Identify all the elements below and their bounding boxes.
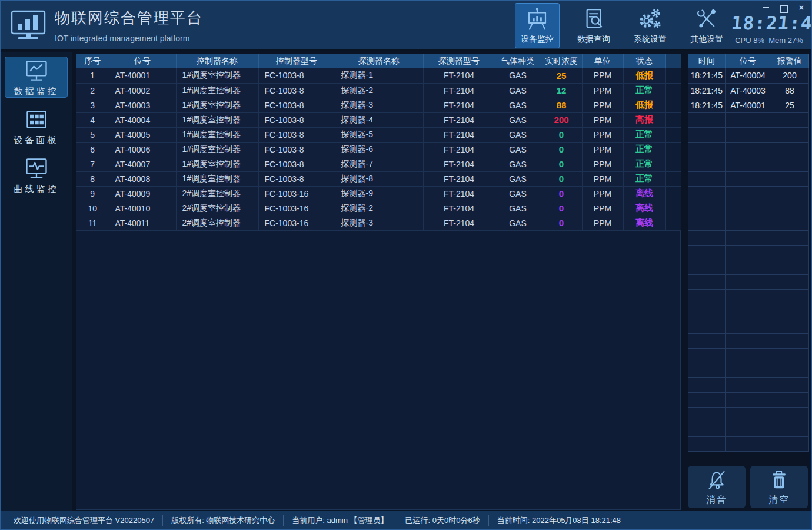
table-row[interactable]: 8AT-400081#调度室控制器FC-1003-8探测器-8FT-2104GA…	[76, 171, 681, 186]
nav-system-settings-button[interactable]: 系统设置	[628, 3, 673, 48]
clear-button[interactable]: 清空	[750, 466, 808, 508]
nav-data-query-button[interactable]: 数据查询	[571, 3, 616, 48]
cell-realtime-value: 0	[541, 157, 582, 171]
cell-detector-name: 探测器-4	[335, 112, 423, 127]
cell-empty	[725, 186, 771, 201]
nav-label: 其他设置	[690, 34, 723, 45]
cell-realtime-value: 0	[541, 127, 582, 142]
cell-controller-name: 1#调度室控制器	[176, 157, 258, 171]
nav-label: 数据查询	[577, 34, 610, 45]
alarm-row[interactable]: 18:21:45AT-4000388	[688, 83, 808, 98]
mute-button[interactable]: 消音	[688, 466, 746, 508]
alarm-row-empty	[688, 230, 808, 245]
cell-gas-type: GAS	[495, 171, 541, 186]
alarm-row-empty	[688, 186, 808, 201]
cell-seq: 10	[76, 201, 109, 216]
gears-icon	[638, 6, 663, 31]
cell-controller-model: FC-1003-8	[258, 127, 335, 142]
cell-controller-name: 1#调度室控制器	[176, 68, 258, 83]
cell-empty	[688, 127, 725, 142]
minimize-button[interactable]	[762, 4, 770, 11]
cell-seq: 11	[76, 216, 109, 230]
cell-gas-type: GAS	[495, 157, 541, 171]
alarm-actions: 消音 清空	[688, 466, 808, 508]
cell-controller-model: FC-1003-8	[258, 142, 335, 157]
cell-unit: PPM	[582, 216, 623, 230]
cell-filler	[665, 127, 681, 142]
cell-tag: AT-40004	[109, 112, 176, 127]
cell-detector-name: 探测器-3	[335, 216, 423, 230]
cell-empty	[771, 171, 808, 186]
cell-realtime-value: 25	[541, 68, 582, 83]
alarm-row[interactable]: 18:21:45AT-4000125	[688, 98, 808, 112]
cell-empty	[771, 201, 808, 216]
cell-unit: PPM	[582, 157, 623, 171]
alarm-row[interactable]: 18:21:45AT-40004200	[688, 68, 808, 83]
cell-detector-name: 探测器-1	[335, 68, 423, 83]
cell-empty	[771, 127, 808, 142]
sidebar-item-data-monitor[interactable]: 数据监控	[5, 57, 68, 98]
cell-empty	[688, 407, 725, 422]
cell-status: 离线	[623, 216, 665, 230]
cell-gas-type: GAS	[495, 98, 541, 112]
table-row[interactable]: 10AT-400102#调度室控制器FC-1003-16探测器-2FT-2104…	[76, 201, 681, 216]
cell-alarm-tag: AT-40001	[725, 98, 771, 112]
sidebar-item-device-panel[interactable]: 设备面板	[5, 105, 68, 147]
cell-controller-name: 2#调度室控制器	[176, 216, 258, 230]
table-row[interactable]: 5AT-400051#调度室控制器FC-1003-8探测器-5FT-2104GA…	[76, 127, 681, 142]
cell-detector-name: 探测器-9	[335, 186, 423, 201]
status-bar: 欢迎使用物联网综合管理平台 V20220507版权所有: 物联网技术研究中心当前…	[1, 511, 811, 529]
cell-empty	[771, 274, 808, 289]
title-block: 物联网综合管理平台 IOT integrated management plat…	[55, 8, 203, 43]
page-title: 物联网综合管理平台	[55, 8, 203, 28]
cell-empty	[688, 260, 725, 274]
cell-unit: PPM	[582, 171, 623, 186]
cell-controller-model: FC-1003-8	[258, 68, 335, 83]
table-row[interactable]: 11AT-400112#调度室控制器FC-1003-16探测器-3FT-2104…	[76, 216, 681, 230]
table-row[interactable]: 1AT-400011#调度室控制器FC-1003-8探测器-1FT-2104GA…	[76, 68, 681, 83]
cell-empty	[688, 377, 725, 392]
close-button[interactable]: ×	[797, 4, 806, 11]
status-item: 欢迎使用物联网综合管理平台 V20220507	[5, 515, 162, 526]
table-row[interactable]: 7AT-400071#调度室控制器FC-1003-8探测器-7FT-2104GA…	[76, 157, 681, 171]
table-row[interactable]: 2AT-400021#调度室控制器FC-1003-8探测器-2FT-2104GA…	[76, 83, 681, 98]
cell-empty	[688, 216, 725, 230]
main-nav: 设备监控 数据查询	[515, 3, 729, 48]
table-row[interactable]: 6AT-400061#调度室控制器FC-1003-8探测器-6FT-2104GA…	[76, 142, 681, 157]
cell-empty	[688, 319, 725, 333]
cell-realtime-value: 0	[541, 201, 582, 216]
cell-detector-model: FT-2104	[423, 157, 495, 171]
alarm-panel: 时间 位号 报警值 18:21:45AT-4000420018:21:45AT-…	[688, 54, 808, 451]
cell-gas-type: GAS	[495, 83, 541, 98]
table-row[interactable]: 4AT-400041#调度室控制器FC-1003-8探测器-4FT-2104GA…	[76, 112, 681, 127]
header-bar: 物联网综合管理平台 IOT integrated management plat…	[1, 1, 811, 51]
cell-empty	[725, 363, 771, 377]
cell-filler	[665, 83, 681, 98]
cell-gas-type: GAS	[495, 142, 541, 157]
cell-detector-name: 探测器-5	[335, 127, 423, 142]
nav-device-monitor-button[interactable]: 设备监控	[515, 3, 560, 48]
cell-empty	[771, 377, 808, 392]
cell-gas-type: GAS	[495, 112, 541, 127]
sidebar-item-curve-monitor[interactable]: 曲线监控	[5, 154, 68, 196]
cell-detector-model: FT-2104	[423, 68, 495, 83]
cell-detector-model: FT-2104	[423, 112, 495, 127]
cell-gas-type: GAS	[495, 216, 541, 230]
alarm-row-empty	[688, 142, 808, 157]
cell-unit: PPM	[582, 127, 623, 142]
alarm-row-empty	[688, 333, 808, 348]
cell-empty	[771, 216, 808, 230]
cpu-mem-stats: CPU 8% Mem 27%	[731, 36, 807, 45]
maximize-button[interactable]	[780, 4, 788, 11]
cell-empty	[688, 392, 725, 407]
cell-empty	[771, 348, 808, 363]
cell-status: 正常	[623, 157, 665, 171]
alarm-row-empty	[688, 422, 808, 436]
cell-filler	[665, 171, 681, 186]
cell-controller-model: FC-1003-8	[258, 157, 335, 171]
cell-filler	[665, 201, 681, 216]
table-row[interactable]: 9AT-400092#调度室控制器FC-1003-16探测器-9FT-2104G…	[76, 186, 681, 201]
alarm-row-empty	[688, 348, 808, 363]
table-row[interactable]: 3AT-400031#调度室控制器FC-1003-8探测器-3FT-2104GA…	[76, 98, 681, 112]
nav-other-settings-button[interactable]: 其他设置	[684, 3, 729, 48]
